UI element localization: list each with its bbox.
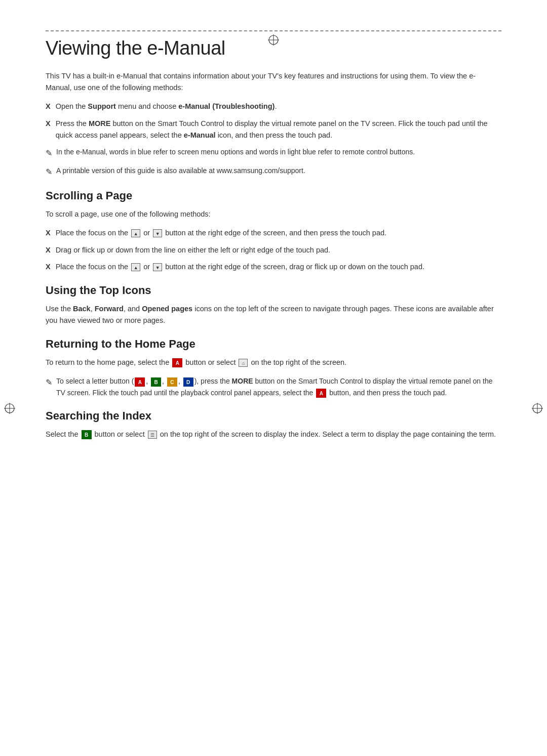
b-btn: B bbox=[151, 377, 161, 387]
main-content: Viewing the e-Manual This TV has a built… bbox=[46, 30, 501, 440]
intro-text: This TV has a built-in e-Manual that con… bbox=[46, 70, 501, 94]
home-select-btn: ⌂ bbox=[239, 359, 248, 367]
note-icon-1: ✎ bbox=[46, 147, 52, 160]
reg-mark-top bbox=[268, 34, 279, 46]
home-note: ✎ To select a letter button (A, B, C, D)… bbox=[46, 375, 501, 398]
d-btn: D bbox=[183, 377, 193, 387]
reg-mark-right bbox=[532, 403, 543, 414]
scroll-marker-2: X bbox=[46, 244, 51, 256]
scrolling-intro: To scroll a page, use one of the followi… bbox=[46, 208, 501, 220]
note-text-1: In the e-Manual, words in blue refer to … bbox=[56, 146, 501, 157]
section-heading-top-icons: Using the Top Icons bbox=[46, 284, 501, 297]
scroll-text-2: Drag or flick up or down from the line o… bbox=[56, 244, 501, 256]
scroll-bullet-3: X Place the focus on the ▲ or ▼ button a… bbox=[46, 261, 501, 273]
scroll-bullet-1: X Place the focus on the ▲ or ▼ button a… bbox=[46, 227, 501, 239]
home-note-text: To select a letter button (A, B, C, D), … bbox=[56, 375, 501, 398]
index-text: Select the B button or select ☰ on the t… bbox=[46, 429, 501, 440]
a-btn-2: A bbox=[316, 389, 326, 398]
section-heading-home: Returning to the Home Page bbox=[46, 338, 501, 351]
scroll-text-3: Place the focus on the ▲ or ▼ button at … bbox=[56, 261, 501, 273]
note-item-1: ✎ In the e-Manual, words in blue refer t… bbox=[46, 146, 501, 160]
section-heading-scrolling: Scrolling a Page bbox=[46, 189, 501, 202]
top-dashed-line bbox=[46, 30, 501, 31]
scroll-up-btn-2: ▲ bbox=[131, 263, 140, 271]
scroll-marker-3: X bbox=[46, 261, 51, 273]
bullet-text-1: Open the Support menu and choose e-Manua… bbox=[56, 101, 501, 112]
bullet-marker-2: X bbox=[46, 118, 51, 130]
a-btn: A bbox=[135, 377, 145, 387]
c-btn: C bbox=[167, 377, 177, 387]
page-container: Viewing the e-Manual This TV has a built… bbox=[0, 30, 547, 756]
top-icons-text: Use the Back, Forward, and Opened pages … bbox=[46, 303, 501, 326]
bullet-text-2: Press the MORE button on the Smart Touch… bbox=[56, 118, 501, 141]
scroll-down-btn-2: ▼ bbox=[153, 263, 162, 271]
scroll-marker-1: X bbox=[46, 227, 51, 239]
note-item-2: ✎ A printable version of this guide is a… bbox=[46, 165, 501, 179]
note-text-2: A printable version of this guide is als… bbox=[56, 165, 501, 176]
bullet-item-2: X Press the MORE button on the Smart Tou… bbox=[46, 118, 501, 141]
b-btn-index: B bbox=[82, 430, 92, 439]
home-note-icon: ✎ bbox=[46, 376, 52, 389]
reg-mark-left bbox=[4, 403, 15, 414]
bullet-item-1: X Open the Support menu and choose e-Man… bbox=[46, 101, 501, 112]
bullet-marker-1: X bbox=[46, 101, 51, 112]
a-button-icon: A bbox=[172, 358, 182, 367]
index-select-btn: ☰ bbox=[148, 431, 157, 439]
scroll-down-btn: ▼ bbox=[153, 229, 162, 237]
note-icon-2: ✎ bbox=[46, 165, 52, 179]
scroll-up-btn: ▲ bbox=[131, 229, 140, 237]
home-intro: To return to the home page, select the A… bbox=[46, 357, 501, 368]
section-heading-index: Searching the Index bbox=[46, 409, 501, 423]
scroll-bullet-2: X Drag or flick up or down from the line… bbox=[46, 244, 501, 256]
scroll-text-1: Place the focus on the ▲ or ▼ button at … bbox=[56, 227, 501, 239]
